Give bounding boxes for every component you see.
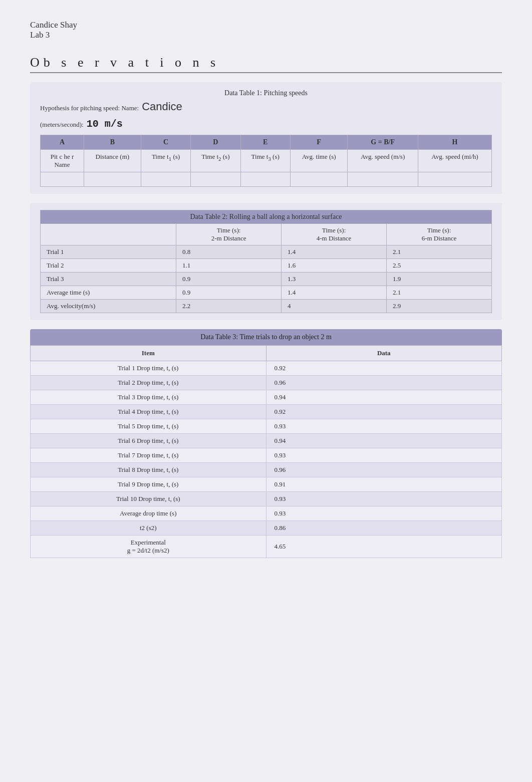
table2-vel-4m: 4 [282, 300, 387, 313]
table3-col-data: Data [266, 346, 502, 361]
table1-label-D: Time t2 (s) [191, 150, 240, 172]
table3-data-6: 0.94 [266, 434, 502, 448]
table1-cell-G1 [348, 172, 418, 187]
table3-col-item: Item [31, 346, 267, 361]
table2-subheader-row: Time (s):2-m Distance Time (s):4-m Dista… [41, 224, 492, 245]
hypothesis-speed-value: 10 m/s [87, 118, 123, 130]
table2-t1-4m: 1.4 [282, 245, 387, 259]
table3-data-13: 4.65 [266, 536, 502, 558]
table1-cell-D1 [191, 172, 240, 187]
table1-label-A: Pit c he rName [41, 150, 84, 172]
table2-row-avg-vel: Avg. velocity(m/s) 2.2 4 2.9 [41, 300, 492, 313]
table1-col-E: E [240, 135, 290, 150]
table3-data-10: 0.93 [266, 492, 502, 506]
table2-col-label [41, 224, 176, 245]
table1-cell-B1 [84, 172, 141, 187]
table3-data-9: 0.91 [266, 477, 502, 492]
page-header: Candice Shay Lab 3 [30, 20, 502, 40]
table1-col-G: G = B/F [348, 135, 418, 150]
table2-row-trial2: Trial 2 1.1 1.6 2.5 [41, 259, 492, 273]
table1-label-F: Avg. time (s) [290, 150, 348, 172]
table3-item-7: Trial 7 Drop time, t, (s) [31, 448, 267, 463]
table3-row-13: Experimental g = 2d/t2 (m/s2)4.65 [31, 536, 502, 558]
table1-col-H: H [418, 135, 491, 150]
table3-header-row: Item Data [31, 346, 502, 361]
table3-row-5: Trial 5 Drop time, t, (s)0.93 [31, 419, 502, 434]
hypothesis-name: Candice [142, 100, 182, 113]
table3-row-11: Average drop time (s)0.93 [31, 506, 502, 521]
table2-t2-4m: 1.6 [282, 259, 387, 273]
hypothesis-label: Hypothesis for pitching speed: Name: [40, 104, 139, 112]
table2-row-trial3: Trial 3 0.9 1.3 1.9 [41, 273, 492, 286]
table2-title: Data Table 2: Rolling a ball along a hor… [41, 210, 492, 224]
table3-row-7: Trial 7 Drop time, t, (s)0.93 [31, 448, 502, 463]
lab-number: Lab 3 [30, 30, 502, 40]
table2-t1-6m: 2.1 [387, 245, 492, 259]
table3-item-1: Trial 1 Drop time, t, (s) [31, 361, 267, 376]
table3-data-2: 0.96 [266, 376, 502, 390]
table3-item-4: Trial 4 Drop time, t, (s) [31, 405, 267, 419]
table2-label-trial1: Trial 1 [41, 245, 176, 259]
table3-data-12: 0.86 [266, 521, 502, 536]
table3-row-3: Trial 3 Drop time, t, (s)0.94 [31, 390, 502, 405]
hypothesis-speed-row: (meters/second): 10 m/s [40, 118, 492, 130]
table2-t3-2m: 0.9 [176, 273, 282, 286]
table3-container: Data Table 3: Time trials to drop an obj… [30, 329, 502, 558]
table3-row-12: t2 (s2)0.86 [31, 521, 502, 536]
table1-label-H: Avg. speed (mi/h) [418, 150, 491, 172]
table2-row-trial1: Trial 1 0.8 1.4 2.1 [41, 245, 492, 259]
table3-item-8: Trial 8 Drop time, t, (s) [31, 463, 267, 477]
hypothesis-speed-label: (meters/second): [40, 121, 84, 129]
table3-data-7: 0.93 [266, 448, 502, 463]
table2-t1-2m: 0.8 [176, 245, 282, 259]
table1-col-B: B [84, 135, 141, 150]
table2-label-trial3: Trial 3 [41, 273, 176, 286]
table3-title: Data Table 3: Time trials to drop an obj… [30, 329, 502, 345]
table2-col-6m: Time (s):6-m Distance [387, 224, 492, 245]
table3-item-11: Average drop time (s) [31, 506, 267, 521]
table3-item-3: Trial 3 Drop time, t, (s) [31, 390, 267, 405]
table3-data-8: 0.96 [266, 463, 502, 477]
table3-row-9: Trial 9 Drop time, t, (s)0.91 [31, 477, 502, 492]
table3-item-2: Trial 2 Drop time, t, (s) [31, 376, 267, 390]
table3-row-1: Trial 1 Drop time, t, (s)0.92 [31, 361, 502, 376]
hypothesis-row: Hypothesis for pitching speed: Name: Can… [40, 100, 492, 113]
table1-cell-E1 [240, 172, 290, 187]
table1-col-A: A [41, 135, 84, 150]
table2-vel-6m: 2.9 [387, 300, 492, 313]
table1-col-header-row: A B C D E F G = B/F H [41, 135, 492, 150]
table2-label-avg-vel: Avg. velocity(m/s) [41, 300, 176, 313]
table2-label-trial2: Trial 2 [41, 259, 176, 273]
table3-item-13: Experimental g = 2d/t2 (m/s2) [31, 536, 267, 558]
table2-t3-6m: 1.9 [387, 273, 492, 286]
table1-container: Data Table 1: Pitching speeds Hypothesis… [30, 82, 502, 194]
table1-title: Data Table 1: Pitching speeds [40, 89, 492, 97]
table1-label-row: Pit c he rName Distance (m) Time t1 (s) … [41, 150, 492, 172]
table3-row-4: Trial 4 Drop time, t, (s)0.92 [31, 405, 502, 419]
table1-col-C: C [141, 135, 190, 150]
table3-item-10: Trial 10 Drop time, t, (s) [31, 492, 267, 506]
table1-cell-F1 [290, 172, 348, 187]
table2-row-avg-time: Average time (s) 0.9 1.4 2.1 [41, 286, 492, 300]
table3-item-9: Trial 9 Drop time, t, (s) [31, 477, 267, 492]
table3-data-5: 0.93 [266, 419, 502, 434]
table1-cell-A1 [41, 172, 84, 187]
student-name: Candice Shay [30, 20, 502, 30]
table3: Item Data Trial 1 Drop time, t, (s)0.92T… [30, 345, 502, 558]
table1-cell-C1 [141, 172, 190, 187]
table1-label-E: Time t3 (s) [240, 150, 290, 172]
table1: A B C D E F G = B/F H Pit c he rName Dis… [40, 135, 492, 187]
table2-avg-2m: 0.9 [176, 286, 282, 300]
table3-item-6: Trial 6 Drop time, t, (s) [31, 434, 267, 448]
table1-label-B: Distance (m) [84, 150, 141, 172]
table2-avg-4m: 1.4 [282, 286, 387, 300]
section-title: Ob s e r v a t i o n s [30, 55, 502, 73]
table3-data-4: 0.92 [266, 405, 502, 419]
table3-item-5: Trial 5 Drop time, t, (s) [31, 419, 267, 434]
table3-data-3: 0.94 [266, 390, 502, 405]
table2-t3-4m: 1.3 [282, 273, 387, 286]
table3-row-2: Trial 2 Drop time, t, (s)0.96 [31, 376, 502, 390]
table1-cell-H1 [418, 172, 491, 187]
table3-item-12: t2 (s2) [31, 521, 267, 536]
table2: Data Table 2: Rolling a ball along a hor… [40, 210, 492, 313]
